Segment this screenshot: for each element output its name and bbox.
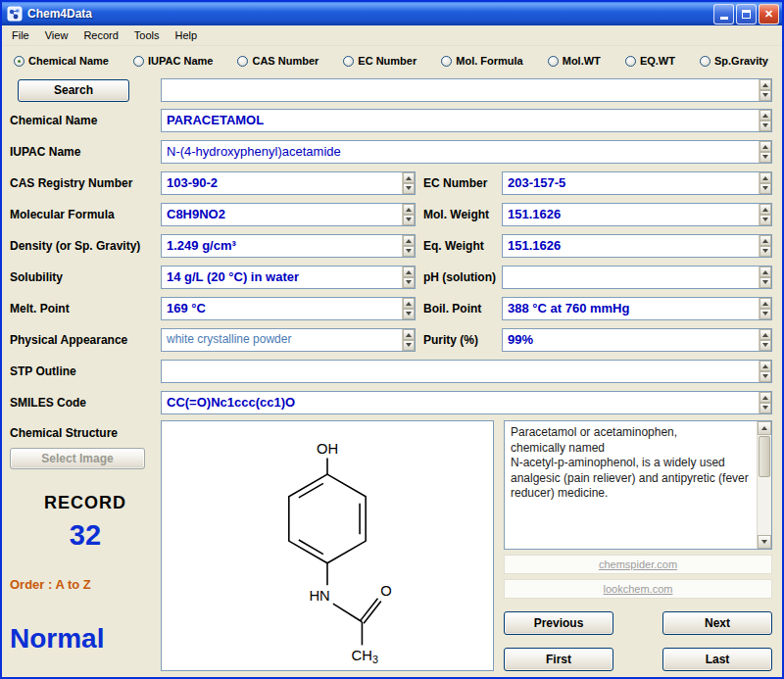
link-label[interactable]: lookchem.com (604, 583, 673, 595)
boil-point-field[interactable]: 388 °C at 760 mmHg (502, 297, 772, 320)
field-scrollbar[interactable] (759, 172, 771, 194)
field-scrollbar[interactable] (759, 267, 771, 288)
previous-button[interactable]: Previous (504, 611, 613, 635)
field-scrollbar[interactable] (759, 204, 771, 225)
iupac-name-field[interactable]: N-(4-hydroxyphenyl)acetamide (161, 140, 772, 164)
scroll-down-icon[interactable] (760, 340, 771, 351)
field-scrollbar[interactable] (759, 329, 771, 351)
scroll-down-icon[interactable] (758, 535, 771, 549)
radio-eq-wt[interactable]: EQ.WT (625, 55, 675, 67)
solubility-field[interactable]: 14 g/L (20 °C) in water (161, 266, 416, 289)
ph-field[interactable] (502, 266, 772, 289)
scroll-up-icon[interactable] (760, 110, 771, 121)
scroll-up-icon[interactable] (403, 267, 415, 277)
radio-mol-formula[interactable]: Mol. Formula (441, 55, 522, 67)
scroll-down-icon[interactable] (403, 309, 415, 319)
appearance-field[interactable]: white crystalline powder (161, 328, 416, 352)
field-scrollbar[interactable] (402, 204, 415, 225)
iupac-name-value[interactable]: N-(4-hydroxyphenyl)acetamide (162, 141, 759, 163)
scroll-down-icon[interactable] (760, 152, 771, 163)
scroll-down-icon[interactable] (760, 403, 771, 413)
scroll-down-icon[interactable] (760, 277, 771, 288)
field-scrollbar[interactable] (402, 267, 415, 288)
scroll-up-icon[interactable] (403, 204, 415, 215)
search-input-scrollbar[interactable] (759, 79, 771, 101)
minimize-button[interactable] (713, 4, 734, 24)
scroll-down-icon[interactable] (760, 183, 771, 194)
field-scrollbar[interactable] (759, 110, 771, 131)
purity-field[interactable]: 99% (502, 328, 772, 352)
scroll-up-icon[interactable] (760, 298, 771, 309)
scroll-down-icon[interactable] (403, 246, 415, 257)
smiles-field[interactable]: CC(=O)Nc1ccc(cc1)O (161, 391, 772, 414)
chemical-name-field[interactable]: PARACETAMOL (161, 109, 772, 132)
purity-value[interactable]: 99% (503, 329, 759, 351)
eq-weight-value[interactable]: 151.1626 (503, 235, 759, 257)
first-button[interactable]: First (504, 648, 613, 671)
melt-point-field[interactable]: 169 °C (161, 297, 416, 320)
field-scrollbar[interactable] (759, 392, 771, 413)
description-scrollbar[interactable] (757, 421, 771, 549)
eq-weight-field[interactable]: 151.1626 (502, 234, 772, 258)
scroll-down-icon[interactable] (403, 340, 415, 351)
link-chemspider[interactable]: chemspider.com (504, 555, 772, 574)
scroll-up-icon[interactable] (403, 329, 415, 340)
scroll-down-icon[interactable] (760, 246, 771, 257)
search-input[interactable] (161, 78, 772, 102)
scroll-up-icon[interactable] (403, 172, 415, 183)
radio-chemical-name[interactable]: Chemical Name (14, 55, 109, 67)
boil-point-value[interactable]: 388 °C at 760 mmHg (503, 298, 759, 319)
radio-sp-gravity[interactable]: Sp.Gravity (700, 55, 768, 67)
select-image-button[interactable]: Select Image (10, 448, 145, 469)
scroll-down-icon[interactable] (760, 309, 771, 319)
stp-field[interactable] (161, 360, 772, 383)
stp-value[interactable] (162, 361, 759, 382)
mol-formula-value[interactable]: C8H9NO2 (162, 204, 402, 225)
cas-number-value[interactable]: 103-90-2 (162, 172, 402, 194)
scroll-down-icon[interactable] (403, 277, 415, 288)
menu-record[interactable]: Record (75, 26, 125, 44)
field-scrollbar[interactable] (402, 329, 415, 351)
radio-mol-wt[interactable]: Mol.WT (548, 55, 601, 67)
scroll-up-icon[interactable] (760, 235, 771, 246)
ec-number-value[interactable]: 203-157-5 (503, 172, 759, 194)
scroll-up-icon[interactable] (760, 267, 771, 277)
scroll-up-icon[interactable] (760, 329, 771, 340)
next-button[interactable]: Next (662, 611, 772, 635)
density-field[interactable]: 1.249 g/cm³ (161, 234, 416, 258)
menu-view[interactable]: View (37, 26, 76, 44)
scroll-up-icon[interactable] (403, 235, 415, 246)
radio-ec-number[interactable]: EC Number (343, 55, 416, 67)
last-button[interactable]: Last (662, 648, 772, 671)
menu-file[interactable]: File (4, 26, 37, 44)
scroll-down-icon[interactable] (760, 371, 771, 382)
field-scrollbar[interactable] (759, 298, 771, 319)
radio-iupac-name[interactable]: IUPAC Name (133, 55, 213, 67)
scroll-down-icon[interactable] (403, 215, 415, 225)
menu-tools[interactable]: Tools (126, 26, 168, 44)
ph-value[interactable] (503, 267, 759, 288)
maximize-button[interactable] (736, 4, 757, 24)
scroll-up-icon[interactable] (758, 421, 771, 435)
field-scrollbar[interactable] (402, 235, 415, 257)
scroll-up-icon[interactable] (760, 141, 771, 152)
menu-help[interactable]: Help (168, 26, 206, 44)
appearance-value[interactable]: white crystalline powder (162, 329, 402, 351)
mol-formula-field[interactable]: C8H9NO2 (161, 203, 416, 226)
scroll-down-icon[interactable] (760, 121, 771, 131)
link-label[interactable]: chemspider.com (599, 558, 677, 570)
scroll-up-icon[interactable] (403, 298, 415, 309)
mol-weight-value[interactable]: 151.1626 (503, 204, 759, 225)
melt-point-value[interactable]: 169 °C (162, 298, 402, 319)
field-scrollbar[interactable] (759, 361, 771, 382)
field-scrollbar[interactable] (759, 141, 771, 163)
mol-weight-field[interactable]: 151.1626 (502, 203, 772, 226)
field-scrollbar[interactable] (759, 235, 771, 257)
chemical-name-value[interactable]: PARACETAMOL (162, 110, 759, 131)
scroll-up-icon[interactable] (760, 361, 771, 371)
scroll-up-icon[interactable] (760, 79, 771, 90)
search-button[interactable]: Search (18, 79, 129, 102)
search-input-value[interactable] (162, 79, 759, 101)
scroll-up-icon[interactable] (760, 172, 771, 183)
solubility-value[interactable]: 14 g/L (20 °C) in water (162, 267, 402, 288)
